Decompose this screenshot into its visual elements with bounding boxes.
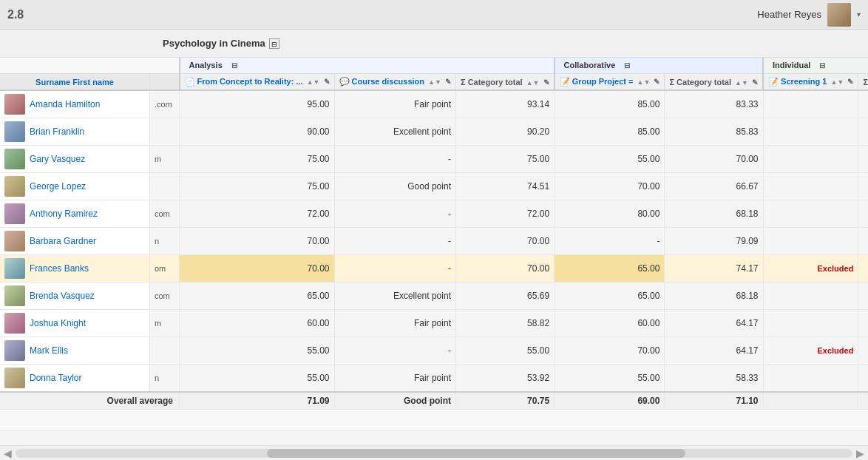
- course-discussion-sort[interactable]: ▲▼: [428, 78, 441, 86]
- table-row: Anthony Ramirez com 72.00 - 72.00 80.00 …: [0, 200, 868, 228]
- from-concept-sort[interactable]: ▲▼: [307, 78, 320, 86]
- screening1-score: Excluded: [763, 337, 858, 365]
- from-concept-edit[interactable]: ✎: [324, 78, 330, 86]
- course-discussion-edit[interactable]: ✎: [445, 78, 451, 86]
- group-project-score: 60.00: [555, 310, 665, 337]
- student-name-link[interactable]: Frances Banks: [30, 263, 89, 274]
- avg-analysis: 71.09: [180, 392, 335, 410]
- analysis-score: 95.00: [180, 90, 335, 118]
- app-version: 2.8: [7, 8, 24, 21]
- analysis-score: 70.00: [180, 228, 335, 255]
- cat-total1-score: 90.20: [455, 118, 554, 146]
- course-discussion-header: Course discussion: [352, 77, 424, 86]
- screening1-score: Excluded: [763, 255, 858, 283]
- excluded-badge: Excluded: [817, 346, 853, 355]
- student-name-link[interactable]: Joshua Knight: [30, 318, 86, 328]
- screening1-score: [763, 200, 858, 228]
- group-project-edit[interactable]: ✎: [654, 78, 660, 86]
- cat-total2-score: 66.67: [665, 173, 763, 200]
- student-name-cell: Gary Vasquez: [0, 146, 150, 173]
- email-cell: [150, 173, 180, 200]
- cat-total2-score: 68.18: [665, 200, 763, 228]
- student-name-link[interactable]: George Lopez: [30, 181, 86, 192]
- screening1-score: [763, 146, 858, 173]
- email-cell: [150, 118, 180, 146]
- student-name-link[interactable]: Anthony Ramirez: [30, 209, 98, 219]
- course-collapse-icon[interactable]: ⊟: [269, 38, 279, 49]
- cat-total2-header: Category total: [677, 78, 731, 87]
- cat-total1-edit[interactable]: ✎: [543, 78, 549, 87]
- analysis-score: 55.00: [180, 365, 335, 393]
- student-name-link[interactable]: Amanda Hamilton: [30, 99, 100, 109]
- student-photo: [4, 258, 25, 279]
- user-menu[interactable]: Heather Reyes ▾: [757, 3, 861, 27]
- screening1-edit[interactable]: ✎: [847, 78, 853, 86]
- cat-total1-header: Category total: [468, 78, 523, 87]
- student-photo: [4, 231, 25, 251]
- student-photo: [4, 203, 25, 224]
- indiv-cat-total: [858, 118, 868, 146]
- scroll-left-btn[interactable]: ◀: [4, 447, 12, 459]
- group-project-score: 70.00: [555, 337, 665, 365]
- cat-total1-score: 74.51: [455, 173, 554, 200]
- group-project-sort[interactable]: ▲▼: [637, 78, 651, 86]
- student-name-cell: Brenda Vasquez: [0, 283, 150, 310]
- group-project-score: 55.00: [555, 365, 665, 393]
- student-name-cell: Donna Taylor: [0, 365, 150, 393]
- student-name-link[interactable]: Donna Taylor: [30, 373, 82, 383]
- from-concept-header: From Concept to Reality: ...: [197, 77, 303, 86]
- grade-table: Analysis ⊟ Collaborative ⊟ Individual ⊟ …: [0, 58, 868, 431]
- group-project-score: 80.00: [555, 200, 665, 228]
- student-photo: [4, 313, 25, 334]
- cat-total2-edit[interactable]: ✎: [752, 78, 758, 87]
- bottom-scrollbar[interactable]: ◀ ▶: [0, 445, 868, 460]
- analysis-score: 75.00: [180, 146, 335, 173]
- cat-total2-sort[interactable]: ▲▼: [735, 79, 748, 87]
- student-name-link[interactable]: Barbara Gardner: [30, 236, 96, 246]
- scroll-right-btn[interactable]: ▶: [856, 447, 864, 459]
- student-name-cell: Brian Franklin: [0, 118, 150, 146]
- scrollbar-track[interactable]: [16, 449, 852, 458]
- student-name-link[interactable]: Brenda Vasquez: [30, 291, 95, 301]
- cat-total1-score: 93.14: [455, 90, 554, 118]
- cat-total2-score: 74.17: [665, 255, 763, 283]
- indiv-cat-total: [858, 310, 868, 337]
- avg-indiv-cat-total: 71.10: [858, 392, 868, 410]
- email-cell: n: [150, 228, 180, 255]
- student-photo: [4, 340, 25, 361]
- indiv-cat-total: [858, 337, 868, 365]
- screening1-score: [763, 228, 858, 255]
- cat-total1-score: 58.82: [455, 310, 554, 337]
- analysis-collapse-icon[interactable]: ⊟: [231, 61, 240, 70]
- excluded-badge: Excluded: [817, 264, 853, 273]
- scrollbar-thumb[interactable]: [267, 449, 685, 458]
- avg-course-discussion: Good point: [334, 392, 455, 410]
- group-project-score: -: [555, 228, 665, 255]
- cat-total1-score: 72.00: [455, 200, 554, 228]
- grade-table-wrapper[interactable]: Analysis ⊟ Collaborative ⊟ Individual ⊟ …: [0, 58, 868, 445]
- student-name-link[interactable]: Gary Vasquez: [30, 154, 85, 164]
- table-row: Gary Vasquez m 75.00 - 75.00 55.00 70.00…: [0, 146, 868, 173]
- student-name-cell: Amanda Hamilton: [0, 90, 150, 118]
- student-photo: [4, 368, 25, 388]
- indiv-cat-total: [858, 228, 868, 255]
- screening1-header: Screening 1: [781, 77, 827, 86]
- student-name-link[interactable]: Brian Franklin: [30, 126, 84, 137]
- cat-total1-score: 55.00: [455, 337, 554, 365]
- individual-collapse-icon[interactable]: ⊟: [819, 61, 828, 70]
- user-dropdown-arrow[interactable]: ▾: [857, 10, 861, 18]
- student-name-link[interactable]: Mark Ellis: [30, 345, 68, 356]
- screening1-sort[interactable]: ▲▼: [830, 78, 844, 86]
- individual-group-header: Individual: [768, 58, 815, 72]
- screening1-score: [763, 118, 858, 146]
- student-photo: [4, 285, 25, 306]
- collaborative-collapse-icon[interactable]: ⊟: [624, 61, 633, 70]
- course-discussion-score: Excellent point: [334, 118, 455, 146]
- course-discussion-score: -: [334, 255, 455, 283]
- overall-average-label: Overall average: [0, 392, 180, 410]
- email-cell: com: [150, 283, 180, 310]
- course-discussion-score: -: [334, 200, 455, 228]
- group-project-header: Group Project =: [572, 77, 634, 86]
- cat-total1-sort[interactable]: ▲▼: [526, 79, 540, 87]
- course-discussion-score: Fair point: [334, 310, 455, 337]
